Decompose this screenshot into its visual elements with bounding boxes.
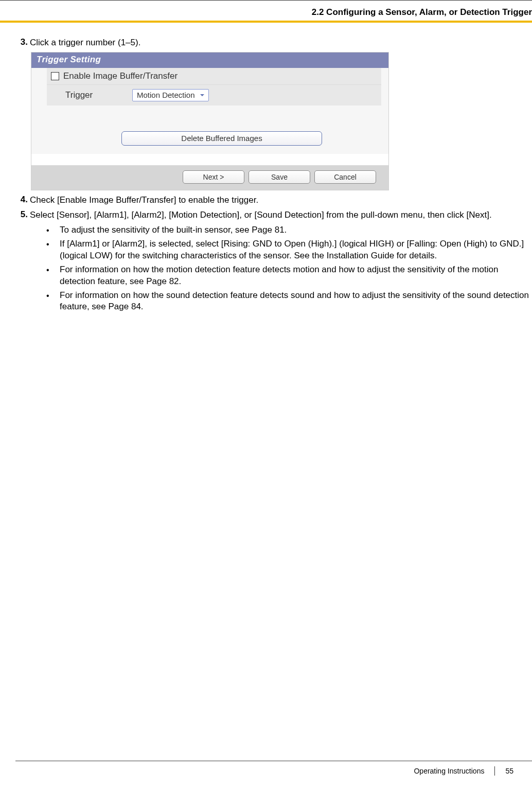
footer-separator [494, 766, 495, 776]
trigger-row: Trigger Motion Detection [47, 85, 381, 106]
bullet-2: • If [Alarm1] or [Alarm2], is selected, … [46, 238, 532, 262]
step-text: Select [Sensor], [Alarm1], [Alarm2], [Mo… [30, 209, 532, 221]
panel-bottom-bar: Next > Save Cancel [31, 165, 388, 190]
step-text: Check [Enable Image Buffer/Transfer] to … [30, 195, 532, 206]
trigger-setting-panel: Trigger Setting Enable Image Buffer/Tran… [31, 52, 389, 190]
bullet-text: To adjust the sensitivity of the built-i… [60, 224, 532, 236]
bullet-text: For information on how the motion detect… [60, 264, 532, 288]
enable-checkbox[interactable] [51, 72, 59, 80]
panel-separator [31, 154, 388, 165]
step-number: 4. [15, 195, 30, 205]
trigger-dropdown[interactable]: Motion Detection [132, 89, 209, 101]
bullet-marker: • [46, 224, 60, 236]
trigger-label: Trigger [51, 90, 128, 100]
chevron-down-icon [198, 91, 206, 99]
delete-buffered-images-button[interactable]: Delete Buffered Images [121, 131, 322, 146]
bullet-3: • For information on how the motion dete… [46, 264, 532, 288]
step-text: Click a trigger number (1–5). [30, 37, 532, 49]
bullet-marker: • [46, 238, 60, 250]
page-footer: Operating Instructions 55 [414, 766, 513, 776]
step-number: 3. [15, 37, 30, 47]
step-3: 3. Click a trigger number (1–5). [15, 37, 532, 49]
step-5: 5. Select [Sensor], [Alarm1], [Alarm2], … [15, 209, 532, 221]
bullet-marker: • [46, 264, 60, 276]
save-button[interactable]: Save [249, 170, 310, 184]
header-rule [0, 0, 532, 1]
delete-row: Delete Buffered Images [47, 131, 381, 154]
panel-title: Trigger Setting [31, 52, 388, 68]
bullet-1: • To adjust the sensitivity of the built… [46, 224, 532, 236]
accent-rule [0, 21, 532, 23]
bullet-4: • For information on how the sound detec… [46, 290, 532, 313]
bullet-text: If [Alarm1] or [Alarm2], is selected, se… [60, 238, 532, 262]
enable-row: Enable Image Buffer/Transfer [47, 68, 381, 85]
cancel-button[interactable]: Cancel [314, 170, 376, 184]
trigger-dropdown-value: Motion Detection [137, 91, 195, 99]
page-number: 55 [505, 767, 513, 775]
step-number: 5. [15, 209, 30, 220]
section-title: 2.2 Configuring a Sensor, Alarm, or Dete… [312, 7, 532, 17]
panel-gap [31, 106, 388, 131]
bullet-marker: • [46, 290, 60, 302]
step-4: 4. Check [Enable Image Buffer/Transfer] … [15, 195, 532, 206]
footer-label: Operating Instructions [414, 767, 484, 775]
footer-rule [15, 761, 532, 761]
next-button[interactable]: Next > [183, 170, 244, 184]
enable-label: Enable Image Buffer/Transfer [63, 71, 178, 81]
bullet-text: For information on how the sound detecti… [60, 290, 532, 313]
